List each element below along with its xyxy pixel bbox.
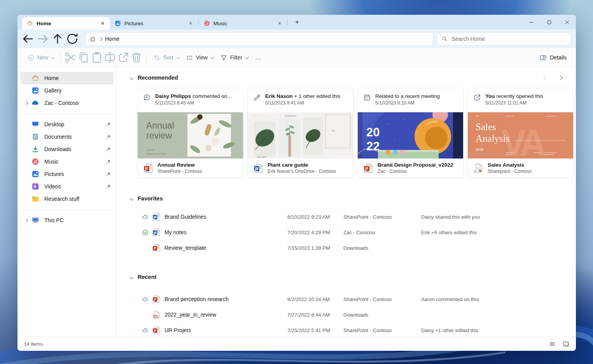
new-tab-button[interactable]: + bbox=[292, 17, 302, 27]
downloads-icon bbox=[31, 145, 39, 153]
activity-text: + 1 other edited this bbox=[293, 93, 341, 99]
scroll-left-button[interactable] bbox=[543, 75, 548, 80]
back-button[interactable] bbox=[21, 32, 35, 45]
file-row[interactable]: P UR Project 7/25/2022 5:41 PM SharePoin… bbox=[137, 322, 570, 336]
file-date: 8/10/2022 9:23 AM bbox=[287, 214, 343, 220]
view-icon bbox=[186, 54, 193, 61]
rename-button[interactable] bbox=[103, 51, 117, 64]
see-more-button[interactable]: … bbox=[251, 51, 266, 64]
details-button[interactable]: Details bbox=[536, 51, 570, 64]
close-tab-icon[interactable]: × bbox=[98, 19, 107, 28]
file-location: SharePoint - Contoso bbox=[343, 327, 421, 333]
search-icon bbox=[442, 36, 448, 42]
cut-button[interactable] bbox=[64, 51, 77, 64]
breadcrumb-location: Home bbox=[105, 36, 119, 42]
tab-label: Music bbox=[213, 21, 227, 26]
collapse-chevron-icon[interactable] bbox=[130, 76, 134, 80]
sidebar-item-this-pc[interactable]: This PC bbox=[21, 214, 114, 226]
file-row[interactable]: 2022_year_in_review 7/27/2022 8:44 AM Do… bbox=[137, 307, 570, 322]
breadcrumb-chevron-icon[interactable] bbox=[99, 37, 103, 41]
sidebar-item-label: Pictures bbox=[44, 171, 64, 177]
file-name: Annual Review bbox=[157, 162, 202, 168]
refresh-button[interactable] bbox=[65, 32, 80, 45]
copy-button[interactable] bbox=[77, 51, 90, 64]
sidebar-item-onedrive[interactable]: Zac - Contoso bbox=[21, 97, 114, 109]
collapse-chevron-icon[interactable] bbox=[130, 275, 134, 279]
forward-button[interactable] bbox=[35, 32, 50, 45]
svg-text:Analysis: Analysis bbox=[476, 133, 510, 144]
sidebar-item-desktop[interactable]: Desktop bbox=[21, 118, 114, 131]
sort-button[interactable]: Sort bbox=[150, 51, 182, 64]
navigation-bar: Home bbox=[17, 30, 576, 48]
activity-timestamp: 5/11/2023 9:41 AM bbox=[265, 100, 340, 106]
minimize-button[interactable] bbox=[522, 15, 540, 30]
tab-home[interactable]: Home × bbox=[22, 17, 110, 30]
sidebar-item-documents[interactable]: Documents bbox=[21, 131, 114, 143]
svg-text:Contoso: Contoso bbox=[146, 149, 154, 151]
sidebar-item-gallery[interactable]: Gallery bbox=[21, 84, 114, 97]
file-row[interactable]: P Review_template 7/15/2022 1:39 PM Down… bbox=[137, 240, 570, 256]
sidebar-item-downloads[interactable]: Downloads bbox=[21, 143, 114, 155]
recommended-section-header[interactable]: Recommended bbox=[130, 73, 570, 83]
share-button[interactable] bbox=[117, 51, 130, 64]
paste-button[interactable] bbox=[90, 51, 103, 64]
file-row[interactable]: W Brand Guidelines 8/10/2022 9:23 AM Sha… bbox=[137, 209, 570, 225]
breadcrumb[interactable]: Home bbox=[85, 32, 433, 46]
sidebar-item-videos[interactable]: Videos bbox=[21, 180, 114, 193]
file-row[interactable]: W My notes 7/20/2022 4:29 PM Zac - Conto… bbox=[137, 225, 570, 240]
recommended-card[interactable]: Daisy Philipps commented on... 5/11/2023… bbox=[137, 88, 243, 178]
close-tab-icon[interactable]: × bbox=[275, 19, 284, 28]
favorites-section-header[interactable]: Favorites bbox=[130, 193, 570, 204]
file-activity: Daisy +1 other edited this bbox=[421, 327, 570, 333]
file-location: Downloads bbox=[343, 312, 421, 318]
search-input[interactable] bbox=[451, 35, 565, 42]
large-thumbnails-view-button[interactable] bbox=[562, 340, 570, 348]
cloud-status-icon bbox=[142, 296, 149, 303]
recommended-card[interactable]: Erik Nason + 1 other edited this 5/11/20… bbox=[247, 88, 353, 178]
up-button[interactable] bbox=[50, 32, 65, 45]
filter-button[interactable]: Filter bbox=[217, 51, 251, 64]
list-view-button[interactable] bbox=[549, 340, 556, 348]
expand-chevron-icon[interactable] bbox=[24, 218, 28, 222]
tab-pictures[interactable]: Pictures × bbox=[110, 17, 198, 30]
sidebar-item-label: Home bbox=[44, 75, 59, 81]
sidebar-item-label: Research stuff bbox=[44, 196, 79, 202]
sidebar-item-music[interactable]: Music bbox=[21, 155, 114, 168]
sidebar-item-pictures[interactable]: Pictures bbox=[21, 168, 114, 180]
expand-chevron-icon[interactable] bbox=[24, 101, 28, 105]
chevron-down-icon bbox=[210, 55, 214, 59]
pictures-icon bbox=[31, 170, 39, 178]
activity-person: Daisy Philipps bbox=[155, 93, 191, 99]
recommended-card[interactable]: You recently opened this 5/11/2023 11:01… bbox=[467, 88, 574, 178]
activity-text: commented on... bbox=[191, 93, 231, 99]
scroll-right-button[interactable] bbox=[558, 75, 562, 80]
file-name: UR Project bbox=[164, 327, 287, 333]
delete-button[interactable] bbox=[130, 51, 143, 64]
recent-section-header[interactable]: Recent bbox=[130, 272, 570, 282]
sidebar-item-home[interactable]: Home bbox=[21, 72, 114, 84]
folder-icon bbox=[31, 195, 39, 203]
collapse-chevron-icon[interactable] bbox=[130, 197, 134, 200]
file-name: Brand Design Proposal_v2022 bbox=[378, 162, 453, 168]
file-row[interactable]: P Brand perception research 8/2/2022 10:… bbox=[137, 291, 570, 307]
pin-icon bbox=[105, 134, 111, 140]
video-file-icon bbox=[152, 310, 161, 319]
sidebar-item-label: Videos bbox=[44, 183, 61, 190]
window-controls bbox=[522, 15, 576, 30]
filter-icon bbox=[220, 54, 227, 61]
search-box[interactable] bbox=[437, 33, 570, 45]
powerpoint-file-icon: P bbox=[363, 163, 373, 173]
close-button[interactable] bbox=[558, 15, 576, 30]
maximize-button[interactable] bbox=[540, 15, 558, 30]
close-tab-icon[interactable]: × bbox=[186, 19, 195, 28]
open-file-icon bbox=[473, 94, 481, 101]
tab-music[interactable]: Music × bbox=[199, 17, 287, 30]
recommended-card[interactable]: Related to a recent meeting 5/10/2023 8:… bbox=[357, 88, 464, 178]
view-button[interactable]: View bbox=[182, 51, 217, 64]
sidebar-item-research-stuff[interactable]: Research stuff bbox=[21, 193, 114, 205]
new-label: New bbox=[37, 54, 48, 61]
file-thumbnail: Eucalyptus Fig Monstera bbox=[248, 112, 353, 158]
file-location: Zac - Contoso bbox=[343, 230, 421, 235]
calendar-icon bbox=[363, 94, 371, 101]
new-button[interactable]: New bbox=[24, 51, 57, 64]
